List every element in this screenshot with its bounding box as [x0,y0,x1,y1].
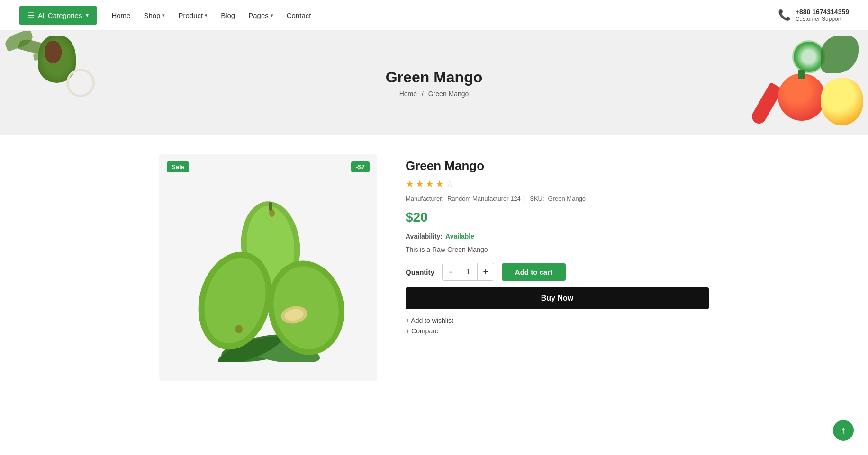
deco-right [716,31,868,135]
tomato-stem-icon [798,70,805,79]
chevron-down-icon: ▾ [271,12,273,18]
nav-pages[interactable]: Pages ▾ [248,11,273,19]
product-rating: ★ ★ ★ ★ ☆ [406,178,709,189]
nav-blog[interactable]: Blog [221,11,235,19]
navbar: ☰ All Categories ▾ Home Shop ▾ Product ▾… [0,0,868,31]
nav-product[interactable]: Product ▾ [178,11,208,19]
spinach-icon [821,36,859,73]
quantity-row: Quantity - 1 + Add to cart [406,263,709,281]
nav-contact[interactable]: Contact [287,11,311,19]
deco-left [0,31,133,135]
bell-pepper-icon [821,78,863,125]
chevron-down-icon: ▾ [205,12,208,18]
hero-banner: Green Mango Home / Green Mango [0,31,868,135]
product-image-container: Sale -$7 [159,154,377,381]
availability-value: Available [445,232,474,240]
quantity-label: Quantity [406,268,434,276]
chevron-down-icon: ▾ [86,12,89,18]
sale-badge: Sale [167,161,189,172]
tomato-icon [778,73,825,121]
quantity-value: 1 [459,263,478,280]
svg-point-6 [269,209,275,217]
sku-value: Green Mango [548,195,586,202]
quantity-controls: - 1 + [442,263,494,281]
compare-link[interactable]: + Compare [406,327,709,335]
manufacturer-value: Random Manufacturer 124 [447,195,521,202]
all-categories-label: All Categories [38,11,82,19]
product-price: $20 [406,210,709,225]
product-name: Green Mango [406,159,709,173]
support-area: 📞 +880 1674314359 Customer Support [778,8,849,22]
star-4: ★ [435,178,444,189]
support-phone: +880 1674314359 [796,8,849,16]
hamburger-icon: ☰ [27,11,34,20]
support-text: +880 1674314359 Customer Support [796,8,849,22]
star-1: ★ [406,178,414,189]
page-content: Sale -$7 [150,154,718,381]
radish-icon [66,69,95,97]
support-label: Customer Support [796,16,849,22]
product-image [178,173,358,362]
nav-home[interactable]: Home [111,11,130,19]
manufacturer-label: Manufacturer: [406,195,443,202]
discount-badge: -$7 [351,161,370,172]
buy-now-button[interactable]: Buy Now [406,287,709,309]
phone-icon: 📞 [778,9,791,21]
hero-title: Green Mango [386,69,482,86]
product-meta: Manufacturer: Random Manufacturer 124 | … [406,195,709,202]
all-categories-button[interactable]: ☰ All Categories ▾ [19,6,97,25]
quantity-plus-button[interactable]: + [478,263,494,280]
chevron-down-icon: ▾ [162,12,165,18]
sku-label: SKU: [530,195,544,202]
breadcrumb-current: Green Mango [428,90,469,98]
product-availability: Availability: Available [406,232,709,240]
star-5: ☆ [445,178,454,189]
add-to-cart-button[interactable]: Add to cart [502,263,566,281]
breadcrumb-home[interactable]: Home [399,90,419,98]
meta-separator: | [524,195,526,202]
nav-links: Home Shop ▾ Product ▾ Blog Pages ▾ Conta… [111,11,778,19]
availability-label: Availability: [406,232,443,240]
pepper-red-icon [750,82,783,126]
nav-shop[interactable]: Shop ▾ [144,11,165,19]
svg-point-9 [235,325,243,333]
quantity-minus-button[interactable]: - [443,263,459,280]
star-3: ★ [425,178,434,189]
breadcrumb: Home / Green Mango [399,90,469,98]
breadcrumb-separator: / [422,90,424,98]
product-details: Green Mango ★ ★ ★ ★ ☆ Manufacturer: Rand… [406,154,709,335]
add-to-wishlist-link[interactable]: + Add to wishlist [406,317,709,324]
star-2: ★ [416,178,424,189]
wishlist-compare: + Add to wishlist + Compare [406,317,709,335]
product-description: This is a Raw Green Mango [406,246,709,253]
